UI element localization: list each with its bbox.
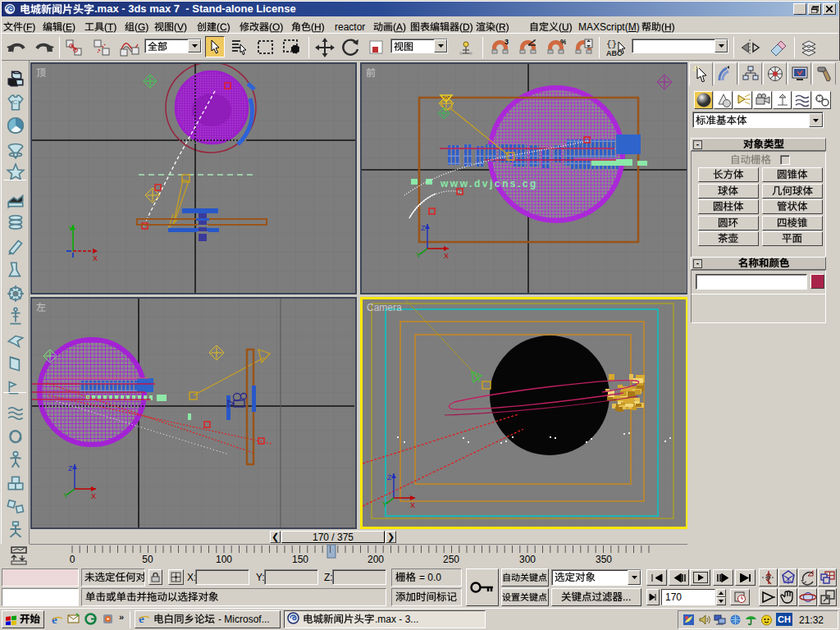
svg-text:Z: Z (68, 464, 73, 472)
svg-text:www.dvjcns.cg: www.dvjcns.cg (440, 178, 538, 189)
svg-text:X: X (410, 501, 415, 509)
svg-text:Y: Y (416, 251, 421, 259)
svg-text:3: 3 (504, 38, 509, 46)
svg-text:%: % (560, 38, 566, 46)
svg-text:Z: Z (387, 473, 392, 482)
svg-text:100: 100 (216, 554, 232, 565)
svg-text:Z: Z (421, 224, 426, 232)
svg-text:ABC: ABC (606, 49, 623, 57)
svg-text:350: 350 (596, 554, 612, 565)
svg-text:C: C (13, 98, 18, 106)
svg-text:{}: {} (606, 39, 617, 49)
svg-text:Y: Y (382, 500, 387, 509)
svg-text:300: 300 (519, 554, 536, 565)
svg-text:X: X (91, 492, 96, 500)
svg-text:50: 50 (142, 554, 153, 565)
svg-text:Y: Y (63, 491, 68, 500)
svg-text:250: 250 (443, 554, 459, 565)
svg-text:200: 200 (368, 554, 384, 565)
svg-text:Y: Y (68, 225, 73, 233)
svg-text:0: 0 (70, 554, 75, 565)
svg-text:X: X (93, 254, 98, 262)
svg-text:150: 150 (292, 554, 308, 565)
svg-text:X: X (444, 252, 449, 260)
